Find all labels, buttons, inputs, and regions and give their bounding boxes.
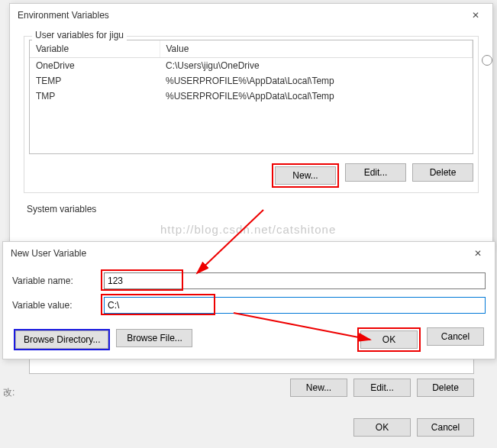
new-button[interactable]: New... [275, 166, 336, 185]
variable-value-input[interactable] [104, 297, 486, 314]
new-user-variable-dialog: New User Variable ✕ Variable name: Varia… [2, 241, 495, 359]
ok-button[interactable]: OK [360, 330, 418, 349]
variable-name-input[interactable] [104, 272, 486, 289]
bg-new-button[interactable]: New... [290, 379, 347, 397]
new-var-titlebar: New User Variable ✕ [3, 242, 495, 265]
bg-text-stub: 改: [3, 386, 15, 399]
system-variables-label: System variables [27, 204, 482, 214]
user-variables-table[interactable]: Variable Value OneDrive C:\Users\jigu\On… [29, 40, 473, 154]
bg-cancel-button[interactable]: Cancel [417, 418, 474, 437]
col-value[interactable]: Value [160, 40, 473, 58]
delete-button[interactable]: Delete [412, 163, 473, 182]
browse-directory-button[interactable]: Browse Directory... [15, 330, 108, 349]
bg-delete-button[interactable]: Delete [417, 379, 474, 397]
edit-button[interactable]: Edit... [345, 163, 406, 182]
col-variable[interactable]: Variable [30, 40, 160, 58]
environment-variables-dialog: Environment Variables ✕ User variables f… [9, 3, 493, 247]
new-var-title: New User Variable [11, 248, 86, 259]
env-dialog-titlebar: Environment Variables ✕ [10, 4, 492, 27]
cancel-button[interactable]: Cancel [427, 327, 484, 346]
table-row[interactable]: TMP %USERPROFILE%\AppData\Local\Temp [30, 89, 473, 104]
bg-ok-button[interactable]: OK [353, 418, 411, 437]
close-icon[interactable]: ✕ [458, 4, 492, 27]
bg-edit-button[interactable]: Edit... [353, 379, 411, 397]
close-icon[interactable]: ✕ [460, 242, 495, 265]
variable-name-label: Variable name: [12, 276, 96, 286]
table-row[interactable]: OneDrive C:\Users\jigu\OneDrive [30, 58, 473, 74]
variable-value-label: Variable value: [12, 300, 96, 311]
browse-file-button[interactable]: Browse File... [116, 329, 192, 347]
radio-stub [482, 55, 492, 66]
table-row[interactable]: TEMP %USERPROFILE%\AppData\Local\Temp [30, 73, 473, 89]
env-dialog-title: Environment Variables [18, 10, 109, 21]
user-variables-label: User variables for jigu [32, 30, 127, 40]
